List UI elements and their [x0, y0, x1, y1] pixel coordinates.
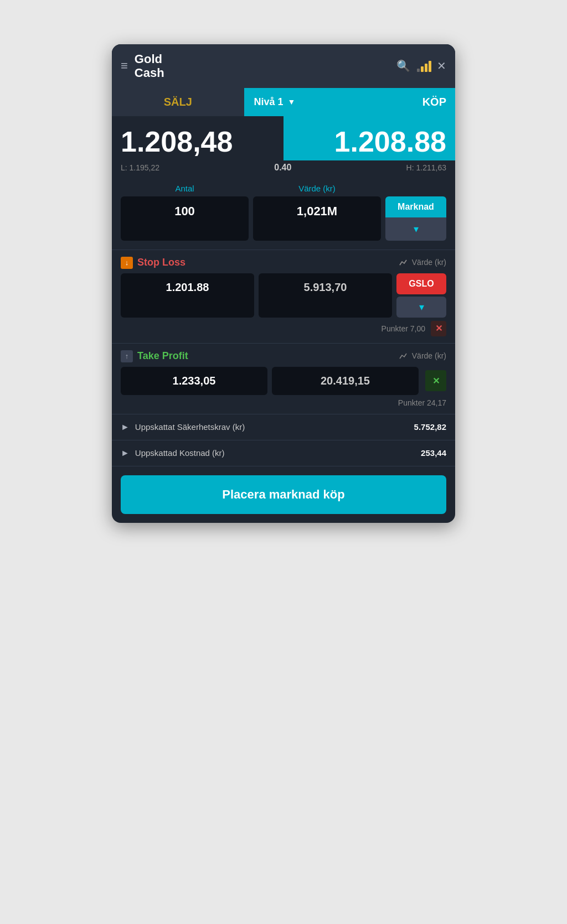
signal-bar-4	[429, 61, 431, 72]
price-high: H: 1.211,63	[406, 163, 446, 172]
signal-bars	[417, 60, 431, 72]
sell-price: 1.208,48	[112, 116, 284, 160]
marknad-button[interactable]: Marknad ▾	[385, 196, 446, 241]
stop-loss-header: ↓ Stop Loss Värde (kr)	[121, 257, 446, 269]
stop-loss-points: Punkter 7,00	[121, 324, 425, 333]
antal-input[interactable]: 100	[121, 196, 249, 241]
chevron-right-icon-1: ►	[121, 422, 130, 432]
marknad-dropdown-icon[interactable]: ▾	[385, 217, 446, 241]
take-profit-varde-label: Värde (kr)	[399, 351, 446, 361]
stop-loss-points-row: Punkter 7,00 ✕	[121, 321, 446, 336]
tab-salj[interactable]: SÄLJ	[112, 88, 244, 116]
header: ≡ GoldCash 🔍 ✕	[112, 44, 455, 88]
stop-loss-remove-button[interactable]: ✕	[431, 321, 446, 336]
niva-label: Nivå 1	[254, 96, 284, 108]
stop-loss-kr-input[interactable]: 5.913,70	[259, 273, 392, 318]
gslo-area: GSLO ▾	[396, 273, 446, 318]
cost-value: 253,44	[421, 448, 446, 458]
take-profit-points-row: Punkter 24,17	[121, 398, 446, 407]
buy-price: 1.208.88	[284, 116, 455, 160]
take-profit-price-input[interactable]: 1.233,05	[121, 367, 267, 395]
app-title: GoldCash	[135, 52, 390, 80]
stop-loss-price-input[interactable]: 1.201.88	[121, 273, 254, 318]
cost-label: Uppskattad Kostnad (kr)	[135, 448, 421, 458]
price-low: L: 1.195,22	[121, 163, 159, 172]
marknad-label[interactable]: Marknad	[385, 196, 446, 217]
take-profit-arrow-icon: ↑	[121, 350, 133, 362]
security-value: 5.752,82	[414, 422, 446, 432]
antal-label: Antal	[121, 184, 249, 193]
stop-loss-arrow-icon: ↓	[121, 257, 133, 269]
search-icon[interactable]: 🔍	[396, 59, 410, 72]
header-controls: ✕	[417, 59, 446, 72]
app-window: ≡ GoldCash 🔍 ✕ SÄLJ Nivå 1 ▼ KÖP 1.208,4…	[112, 44, 455, 523]
varde-input[interactable]: 1,021M	[253, 196, 381, 241]
place-order-button[interactable]: Placera marknad köp	[121, 475, 446, 514]
tabs-bar: SÄLJ Nivå 1 ▼ KÖP	[112, 88, 455, 116]
tab-kop[interactable]: KÖP	[305, 88, 455, 116]
security-requirement-row[interactable]: ► Uppskattat Säkerhetskrav (kr) 5.752,82	[112, 414, 455, 440]
cost-row[interactable]: ► Uppskattad Kostnad (kr) 253,44	[112, 440, 455, 466]
take-profit-header: ↑ Take Profit Värde (kr)	[121, 350, 446, 362]
stop-loss-inputs: 1.201.88 5.913,70 GSLO ▾	[121, 273, 446, 318]
order-inputs: 100 1,021M Marknad ▾	[121, 196, 446, 241]
take-profit-label: Take Profit	[137, 350, 188, 362]
take-profit-points: Punkter 24,17	[121, 398, 446, 407]
stop-loss-label: Stop Loss	[137, 257, 185, 268]
price-meta: L: 1.195,22 0.40 H: 1.211,63	[112, 160, 455, 179]
varde-label: Värde (kr)	[253, 184, 381, 193]
signal-bar-2	[421, 66, 424, 72]
stop-loss-varde-label: Värde (kr)	[399, 258, 446, 267]
signal-bar-1	[417, 69, 420, 72]
niva-dropdown-icon: ▼	[288, 97, 296, 106]
price-spread: 0.40	[274, 163, 291, 173]
take-profit-inputs: 1.233,05 20.419,15 ✕	[121, 367, 446, 395]
menu-icon[interactable]: ≡	[121, 59, 128, 73]
take-profit-kr-input[interactable]: 20.419,15	[272, 367, 419, 395]
stop-loss-x-icon: ✕	[435, 323, 442, 334]
order-section: Antal Värde (kr) 100 1,021M Marknad ▾	[112, 179, 455, 250]
chevron-right-icon-2: ►	[121, 448, 130, 458]
order-labels: Antal Värde (kr)	[121, 184, 446, 193]
tab-niva[interactable]: Nivå 1 ▼	[244, 88, 306, 116]
take-profit-x-icon: ✕	[432, 376, 440, 386]
take-profit-section: ↑ Take Profit Värde (kr) 1.233,05 20.419…	[112, 343, 455, 414]
signal-bar-3	[425, 64, 427, 72]
stop-loss-section: ↓ Stop Loss Värde (kr) 1.201.88 5.913,70…	[112, 250, 455, 343]
price-row: 1.208,48 1.208.88	[112, 116, 455, 160]
security-label: Uppskattat Säkerhetskrav (kr)	[135, 422, 414, 432]
close-icon[interactable]: ✕	[437, 59, 446, 72]
gslo-button[interactable]: GSLO	[396, 273, 446, 294]
info-section: ► Uppskattat Säkerhetskrav (kr) 5.752,82…	[112, 414, 455, 466]
gslo-dropdown[interactable]: ▾	[396, 297, 446, 318]
take-profit-remove-button[interactable]: ✕	[425, 370, 446, 391]
